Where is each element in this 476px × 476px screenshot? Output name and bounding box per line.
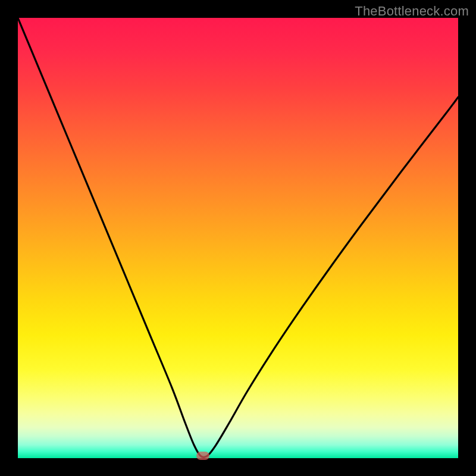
chart-frame — [18, 18, 458, 458]
optimum-marker — [196, 452, 209, 460]
bottleneck-curve-path — [18, 18, 458, 458]
watermark-text: TheBottleneck.com — [355, 4, 469, 19]
bottleneck-curve-svg — [18, 18, 458, 458]
